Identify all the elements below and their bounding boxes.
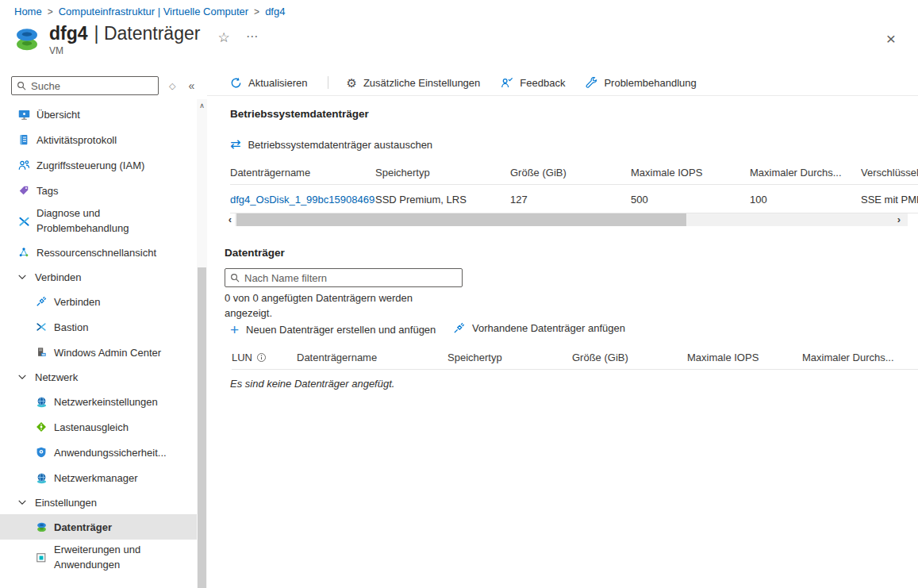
refresh-button[interactable]: Aktualisieren [230, 77, 307, 89]
sidebar-item-bastion[interactable]: Bastion [0, 314, 197, 340]
chevron-down-icon [17, 497, 29, 508]
plus-icon: + [230, 322, 239, 337]
data-disk-table-header: LUN Datenträgername Speichertyp Größe (G… [232, 346, 918, 370]
page-header: dfg4 | Datenträger VM ☆ … [13, 23, 259, 56]
column-header: Datenträgername [230, 167, 375, 179]
sidebar-item-diagnose-problembehandlung[interactable]: Diagnose und Problembehandlung [0, 203, 197, 240]
troubleshoot-tools-icon [17, 215, 30, 228]
sidebar-group-verbinden[interactable]: Verbinden [0, 265, 197, 289]
close-blade-icon[interactable]: × [886, 30, 896, 47]
refresh-icon [230, 77, 242, 89]
breadcrumb: Home > Computeinfrastruktur | Virtuelle … [14, 6, 285, 17]
breadcrumb-vm-link[interactable]: dfg4 [265, 6, 285, 17]
bastion-icon [35, 321, 48, 333]
column-header: Größe (GiB) [572, 352, 687, 363]
sidebar-scrollbar[interactable]: ∧ [197, 99, 207, 588]
load-balancer-icon [35, 421, 48, 433]
sidebar-item-aktivitaetsprotokoll[interactable]: Aktivitätsprotokoll [0, 127, 197, 152]
data-disk-section-title: Datenträger [225, 247, 285, 259]
attach-existing-disk-button[interactable]: Vorhandene Datenträger anfügen [453, 322, 625, 334]
troubleshoot-button[interactable]: Problembehandlung [586, 77, 696, 89]
search-icon [17, 81, 27, 91]
disk-count-text: 0 von 0 angefügten Datenträgern werden a… [225, 291, 435, 321]
swap-icon: ⇄ [230, 138, 240, 151]
data-disk-empty-text: Es sind keine Datenträger angefügt. [230, 378, 394, 390]
sidebar-group-netzwerk[interactable]: Netzwerk [0, 365, 197, 389]
shield-icon [35, 446, 48, 459]
sidebar-menu: Übersicht Aktivitätsprotokoll Zugriffsst… [0, 102, 197, 576]
os-disk-size: 127 [510, 194, 631, 206]
column-header: Datenträgername [297, 352, 447, 363]
sidebar: ◇ « Übersicht Aktivitätsprotokoll Zugrif… [0, 70, 197, 588]
os-disk-max-iops: 500 [631, 194, 750, 206]
sidebar-item-netzwerkeinstellungen[interactable]: Netzwerkeinstellungen [0, 389, 197, 414]
column-header: Speichertyp [375, 167, 510, 179]
scroll-right-icon[interactable]: › [890, 213, 908, 226]
sidebar-item-anwendungssicherheit[interactable]: Anwendungssicherheit... [0, 440, 197, 465]
extensions-icon [35, 551, 48, 564]
favorite-star-icon[interactable]: ☆ [217, 29, 229, 46]
os-disk-table-hscrollbar[interactable]: ‹ › [225, 213, 908, 226]
os-disk-encryption: SSE mit PMK [861, 194, 918, 206]
sidebar-item-erweiterungen-anwendungen[interactable]: Erweiterungen und Anwendungen [0, 540, 197, 576]
overview-icon [17, 108, 30, 121]
attach-icon [453, 322, 465, 334]
disk-filter-box[interactable] [225, 268, 463, 287]
feedback-button[interactable]: Feedback [501, 77, 565, 89]
os-disk-name-link[interactable]: dfg4_OsDisk_1_99bc15908469435a [230, 194, 375, 206]
sidebar-search-box[interactable] [11, 76, 159, 95]
activity-log-icon [17, 133, 30, 146]
collapse-sidebar-icon[interactable]: « [188, 79, 194, 92]
create-attach-disk-button[interactable]: + Neuen Datenträger erstellen und anfüge… [230, 322, 436, 337]
sidebar-item-netzwerkmanager[interactable]: Netzwerkmanager [0, 465, 197, 490]
breadcrumb-home-link[interactable]: Home [14, 6, 42, 17]
vm-disks-icon [13, 25, 41, 55]
wrench-icon [586, 77, 597, 89]
page-title: dfg4 | Datenträger [49, 23, 200, 44]
feedback-icon [501, 77, 513, 89]
breadcrumb-separator: > [48, 6, 53, 17]
resize-handle-icon[interactable]: ◇ [169, 81, 175, 91]
os-disk-table-row: dfg4_OsDisk_1_99bc15908469435a SSD Premi… [230, 186, 918, 213]
os-disk-max-throughput: 100 [750, 194, 861, 206]
chevron-down-icon [17, 271, 29, 282]
swap-os-disk-button[interactable]: ⇄ Betriebssystemdatenträger austauschen [230, 138, 432, 151]
sidebar-search-input[interactable] [31, 80, 153, 92]
scroll-left-icon[interactable]: ‹ [225, 213, 235, 226]
sidebar-item-datentraeger[interactable]: Datenträger [0, 514, 197, 540]
gear-icon: ⚙ [346, 77, 356, 89]
search-icon [230, 273, 240, 283]
additional-settings-button[interactable]: ⚙ Zusätzliche Einstellungen [346, 77, 480, 89]
column-header: LUN [232, 352, 252, 363]
disk-filter-input[interactable] [244, 272, 457, 284]
sidebar-item-ressourcenschnellansicht[interactable]: Ressourcenschnellansicht [0, 240, 197, 265]
server-icon [35, 346, 48, 359]
tags-icon [17, 184, 30, 197]
column-header: Maximaler Durchs... [750, 167, 861, 179]
sidebar-item-lastenausgleich[interactable]: Lastenausgleich [0, 414, 197, 440]
sidebar-scrollbar-thumb[interactable] [198, 267, 206, 588]
network-manager-icon [35, 471, 48, 484]
chevron-down-icon [17, 371, 29, 382]
sidebar-item-tags[interactable]: Tags [0, 178, 197, 203]
sidebar-item-uebersicht[interactable]: Übersicht [0, 102, 197, 127]
access-control-icon [17, 159, 30, 171]
sidebar-item-windows-admin-center[interactable]: Windows Admin Center [0, 340, 197, 365]
os-disk-storage-type: SSD Premium, LRS [375, 194, 510, 206]
hscrollbar-thumb[interactable] [236, 213, 686, 226]
network-globe-icon [35, 395, 48, 408]
info-icon[interactable] [256, 352, 267, 363]
hscrollbar-track[interactable] [235, 213, 890, 226]
breadcrumb-vm-list-link[interactable]: Computeinfrastruktur | Virtuelle Compute… [59, 6, 248, 17]
resource-type-label: VM [49, 45, 200, 56]
connect-icon [35, 295, 48, 308]
column-header: Größe (GiB) [510, 167, 631, 179]
scroll-up-icon[interactable]: ∧ [197, 99, 207, 113]
sidebar-item-verbinden[interactable]: Verbinden [0, 289, 197, 314]
more-options-icon[interactable]: … [246, 26, 259, 40]
sidebar-group-einstellungen[interactable]: Einstellungen [0, 490, 197, 514]
resource-visualizer-icon [17, 246, 30, 259]
main-content: Aktualisieren ⚙ Zusätzliche Einstellunge… [207, 70, 918, 588]
breadcrumb-separator: > [254, 6, 259, 17]
sidebar-item-zugriffssteuerung-iam[interactable]: Zugriffssteuerung (IAM) [0, 152, 197, 178]
